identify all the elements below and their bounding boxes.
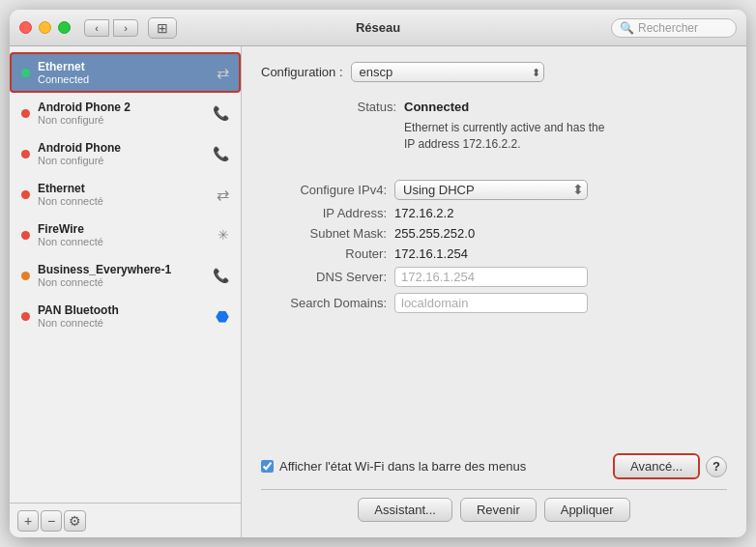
- ipv4-row: Configure IPv4: Using DHCP Manually Off …: [261, 180, 727, 200]
- item-status: Non connecté: [38, 195, 217, 207]
- ethernet-icon: ⇄: [217, 64, 229, 82]
- search-domains-input[interactable]: [394, 293, 588, 313]
- ipv4-select[interactable]: Using DHCP Manually Off: [394, 180, 588, 200]
- gear-button[interactable]: ⚙: [64, 510, 86, 532]
- right-panel: Configuration : enscp Automatique ⬍ Stat…: [242, 46, 746, 537]
- router-label: Router:: [261, 246, 387, 261]
- status-field-label: Status:: [271, 100, 396, 114]
- item-name: PAN Bluetooth: [38, 303, 216, 317]
- minimize-button[interactable]: [39, 21, 51, 34]
- apply-button[interactable]: Appliquer: [544, 498, 630, 522]
- item-status: Non connecté: [38, 276, 213, 288]
- item-name: Ethernet: [38, 60, 217, 73]
- status-dot-red: [21, 190, 30, 199]
- status-dot-orange: [21, 272, 30, 280]
- subnet-value: 255.255.252.0: [394, 226, 475, 241]
- sidebar-item-business[interactable]: Business_Everywhere-1 Non connecté 📞: [10, 255, 241, 296]
- advanced-button[interactable]: Avancé...: [613, 453, 700, 479]
- status-row: Status: Connected: [271, 100, 717, 114]
- sidebar-item-ethernet-disconnected[interactable]: Ethernet Non connecté ⇄: [10, 174, 241, 215]
- revert-button[interactable]: Revenir: [460, 498, 537, 522]
- config-select-wrapper: enscp Automatique ⬍: [351, 62, 544, 82]
- ipv4-label: Configure IPv4:: [261, 183, 387, 197]
- remove-network-button[interactable]: −: [41, 510, 62, 532]
- status-description: Ethernet is currently active and has the…: [404, 120, 617, 153]
- sidebar-toolbar: + − ⚙: [10, 503, 241, 537]
- grid-button[interactable]: ⊞: [148, 17, 177, 39]
- item-name: Android Phone 2: [38, 101, 213, 114]
- status-value: Connected: [404, 100, 469, 114]
- firewire-icon: ✳: [218, 227, 229, 243]
- add-network-button[interactable]: +: [17, 510, 39, 532]
- sidebar-item-android2[interactable]: Android Phone 2 Non configuré 📞: [10, 93, 241, 133]
- status-dot-red: [21, 109, 30, 118]
- dns-label: DNS Server:: [261, 270, 387, 284]
- ip-address-value: 172.16.2.2: [394, 206, 453, 220]
- ethernet-icon: ⇄: [217, 186, 229, 204]
- wifi-checkbox-label: Afficher l'état Wi-Fi dans la barre des …: [279, 459, 526, 474]
- wifi-checkbox[interactable]: [261, 460, 274, 473]
- forward-button[interactable]: ›: [113, 19, 138, 37]
- sidebar-item-android[interactable]: Android Phone Non configuré 📞: [10, 133, 241, 174]
- status-dot-green: [21, 69, 30, 77]
- dns-input[interactable]: [394, 267, 588, 287]
- phone-icon: 📞: [213, 268, 229, 283]
- sidebar: Ethernet Connected ⇄ Android Phone 2 Non…: [10, 46, 242, 537]
- close-button[interactable]: [19, 21, 32, 34]
- sidebar-item-ethernet-connected[interactable]: Ethernet Connected ⇄: [10, 52, 241, 93]
- info-box: Status: Connected Ethernet is currently …: [261, 96, 727, 170]
- bluetooth-icon: ⬣: [216, 307, 229, 326]
- search-box[interactable]: 🔍 Rechercher: [611, 18, 737, 38]
- router-value: 172.16.1.254: [394, 246, 468, 261]
- item-status: Non connecté: [38, 317, 216, 329]
- item-status: Non connecté: [38, 236, 218, 247]
- sidebar-item-firewire[interactable]: FireWire Non connecté ✳: [10, 215, 241, 255]
- search-placeholder: Rechercher: [638, 21, 698, 35]
- bottom-bar: Afficher l'état Wi-Fi dans la barre des …: [261, 440, 727, 479]
- status-dot-red: [21, 312, 30, 321]
- ip-address-row: IP Address: 172.16.2.2: [261, 206, 727, 220]
- item-status: Non configuré: [38, 114, 213, 126]
- item-name: Business_Everywhere-1: [38, 263, 213, 276]
- nav-buttons: ‹ ›: [84, 19, 138, 37]
- search-domains-label: Search Domains:: [261, 296, 387, 310]
- maximize-button[interactable]: [58, 21, 71, 34]
- dns-row: DNS Server:: [261, 267, 727, 287]
- ipv4-select-wrapper: Using DHCP Manually Off ⬍: [394, 180, 588, 200]
- subnet-label: Subnet Mask:: [261, 226, 387, 241]
- window-title: Réseau: [356, 20, 400, 35]
- bottom-buttons: Assistant... Revenir Appliquer: [261, 489, 727, 526]
- checkbox-row: Afficher l'état Wi-Fi dans la barre des …: [261, 459, 526, 474]
- sidebar-item-bluetooth[interactable]: PAN Bluetooth Non connecté ⬣: [10, 296, 241, 336]
- assistant-button[interactable]: Assistant...: [358, 498, 452, 522]
- titlebar: ‹ › ⊞ Réseau 🔍 Rechercher: [10, 10, 746, 46]
- config-select[interactable]: enscp Automatique: [351, 62, 544, 82]
- item-name: FireWire: [38, 222, 218, 236]
- help-button[interactable]: ?: [706, 456, 727, 477]
- config-label: Configuration :: [261, 65, 343, 79]
- phone-icon: 📞: [213, 146, 229, 161]
- phone-icon: 📞: [213, 105, 229, 121]
- status-dot-red: [21, 231, 30, 240]
- subnet-row: Subnet Mask: 255.255.252.0: [261, 226, 727, 241]
- traffic-lights: [19, 21, 71, 34]
- config-row: Configuration : enscp Automatique ⬍: [261, 62, 727, 82]
- status-description-row: Ethernet is currently active and has the…: [271, 120, 717, 153]
- item-name: Android Phone: [38, 141, 213, 155]
- item-status: Non configuré: [38, 155, 213, 166]
- router-row: Router: 172.16.1.254: [261, 246, 727, 261]
- main-content: Ethernet Connected ⇄ Android Phone 2 Non…: [10, 46, 746, 537]
- network-list: Ethernet Connected ⇄ Android Phone 2 Non…: [10, 46, 241, 503]
- item-name: Ethernet: [38, 182, 217, 195]
- status-dot-red: [21, 150, 30, 158]
- search-domains-row: Search Domains:: [261, 293, 727, 313]
- back-button[interactable]: ‹: [84, 19, 109, 37]
- item-status: Connected: [38, 73, 217, 85]
- search-icon: 🔍: [620, 21, 634, 35]
- ip-address-label: IP Address:: [261, 206, 387, 220]
